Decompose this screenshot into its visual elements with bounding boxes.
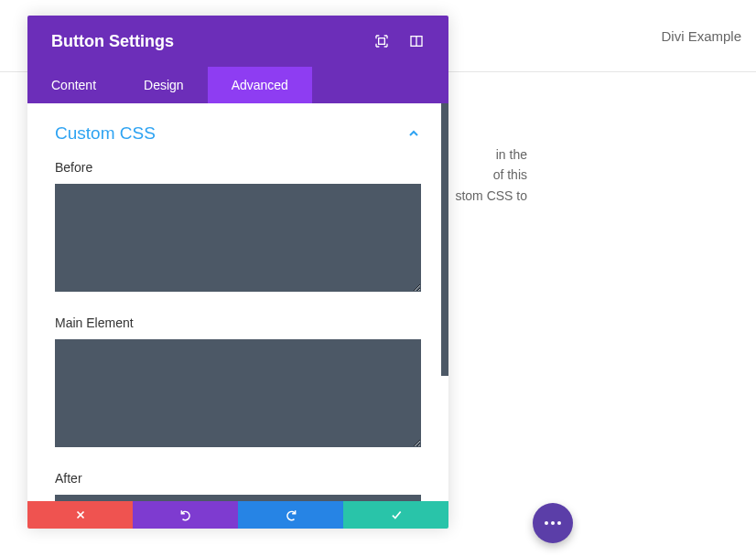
snap-icon[interactable]: [408, 33, 425, 49]
input-css-main-element[interactable]: [55, 339, 421, 447]
tab-content[interactable]: Content: [27, 67, 120, 103]
input-css-before[interactable]: [55, 184, 421, 292]
chevron-up-icon[interactable]: [406, 126, 421, 141]
panel-footer: [27, 501, 448, 529]
cancel-button[interactable]: [27, 501, 133, 529]
save-button[interactable]: [343, 501, 448, 529]
section-header-custom-css[interactable]: Custom CSS: [55, 123, 421, 144]
panel-body: Custom CSS Before Main Element After: [27, 103, 448, 501]
settings-panel: Button Settings Content Design Advanced …: [27, 16, 448, 529]
more-icon: [545, 521, 561, 525]
tab-advanced[interactable]: Advanced: [208, 67, 312, 103]
label-main-element: Main Element: [55, 315, 421, 330]
site-title: Divi Example: [661, 28, 741, 44]
panel-title: Button Settings: [51, 32, 174, 51]
svg-rect-0: [379, 38, 385, 45]
panel-tabs: Content Design Advanced: [27, 67, 448, 103]
undo-button[interactable]: [133, 501, 238, 529]
input-css-after[interactable]: [55, 495, 421, 501]
label-before: Before: [55, 160, 421, 175]
panel-header-actions: [373, 33, 425, 49]
panel-header: Button Settings: [27, 16, 448, 67]
page-fab-button[interactable]: [533, 503, 573, 543]
expand-icon[interactable]: [373, 33, 390, 49]
tab-design[interactable]: Design: [120, 67, 208, 103]
section-title: Custom CSS: [55, 123, 156, 144]
label-after: After: [55, 471, 421, 486]
panel-scrollbar[interactable]: [441, 103, 448, 376]
redo-button[interactable]: [238, 501, 343, 529]
